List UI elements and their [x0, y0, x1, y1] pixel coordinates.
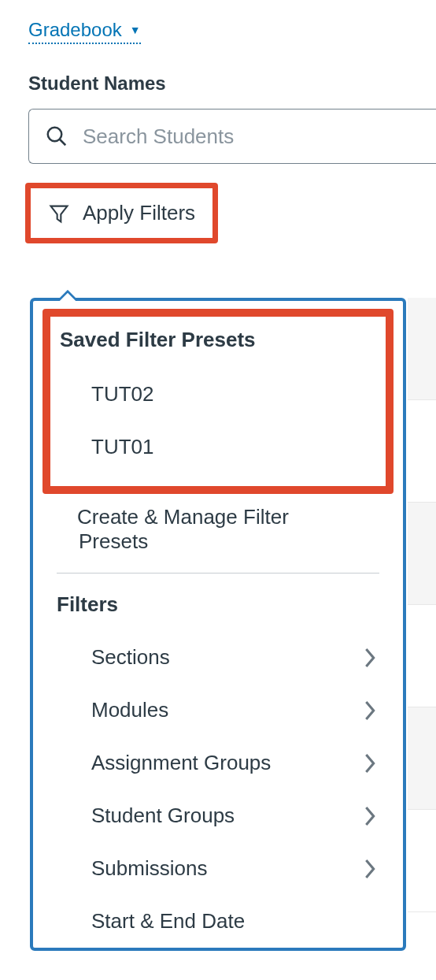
highlight-apply-filters: Apply Filters — [25, 183, 218, 243]
saved-presets-heading: Saved Filter Presets — [57, 321, 379, 368]
apply-filters-label: Apply Filters — [83, 201, 195, 225]
manage-filter-presets[interactable]: Create & Manage Filter Presets — [57, 500, 379, 574]
search-icon — [45, 124, 68, 148]
preset-item-tut02[interactable]: TUT02 — [57, 368, 379, 421]
preset-label: TUT02 — [91, 382, 153, 406]
filter-category-label: Modules — [91, 698, 168, 722]
chevron-right-icon — [364, 752, 376, 774]
filter-category-label: Assignment Groups — [91, 751, 271, 775]
gradebook-label: Gradebook — [28, 19, 122, 41]
search-students-field[interactable] — [28, 109, 436, 164]
student-names-heading: Student Names — [28, 72, 436, 95]
filter-category-assignment-groups[interactable]: Assignment Groups — [33, 737, 403, 789]
filter-category-label: Submissions — [91, 856, 207, 881]
preset-item-tut01[interactable]: TUT01 — [57, 421, 379, 473]
highlight-saved-presets: Saved Filter Presets TUT02 TUT01 — [42, 309, 394, 494]
caret-down-icon: ▼ — [130, 24, 141, 36]
filters-popover: Saved Filter Presets TUT02 TUT01 Create … — [30, 298, 406, 951]
filter-category-label: Student Groups — [91, 804, 235, 828]
grid-background — [408, 298, 436, 928]
manage-presets-label: Create & Manage Filter Presets — [77, 505, 289, 553]
filter-category-sections[interactable]: Sections — [33, 631, 403, 684]
chevron-right-icon — [364, 647, 376, 669]
filter-category-label: Start & End Date — [91, 909, 245, 934]
filter-category-start-end-date[interactable]: Start & End Date — [33, 895, 403, 948]
gradebook-dropdown-link[interactable]: Gradebook ▼ — [28, 19, 141, 44]
filter-category-submissions[interactable]: Submissions — [33, 842, 403, 895]
filter-icon — [48, 202, 70, 225]
chevron-right-icon — [364, 805, 376, 827]
filter-category-modules[interactable]: Modules — [33, 684, 403, 737]
svg-point-0 — [48, 128, 62, 142]
chevron-right-icon — [364, 700, 376, 722]
chevron-right-icon — [364, 858, 376, 880]
filter-category-student-groups[interactable]: Student Groups — [33, 789, 403, 842]
filters-heading: Filters — [33, 574, 403, 631]
svg-line-1 — [60, 139, 66, 146]
preset-label: TUT01 — [91, 435, 153, 458]
apply-filters-button[interactable]: Apply Filters — [37, 193, 206, 233]
filter-category-label: Sections — [91, 645, 170, 670]
search-input[interactable] — [83, 124, 420, 149]
popover-pointer-icon — [58, 290, 77, 301]
